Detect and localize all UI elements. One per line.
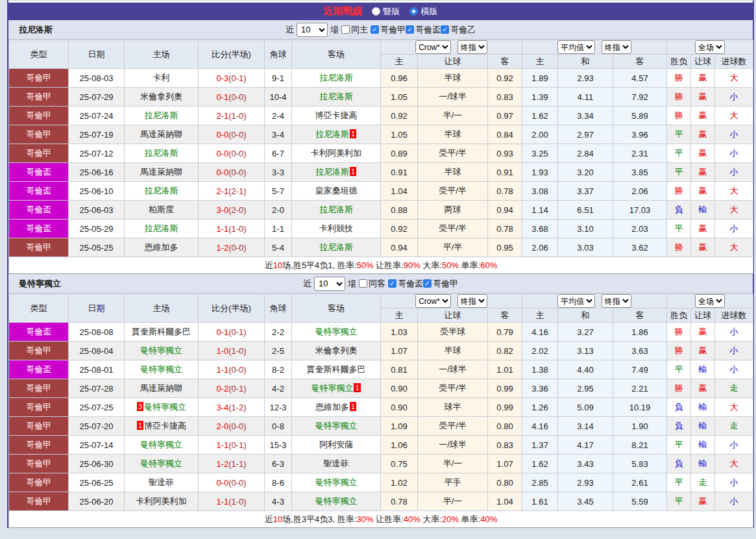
checkbox-unchecked-icon[interactable] (359, 279, 367, 288)
score-cell: 1-0(1-0) (199, 342, 265, 360)
halftime-score: (0-0) (228, 92, 246, 102)
result-handicap: 赢 (691, 182, 715, 201)
corner-score: 2-0 (265, 201, 292, 219)
fulltime-score: 0-0 (216, 168, 228, 177)
odds-handicap: 受半球 (418, 323, 488, 342)
odds-handicap: 受平/半 (418, 379, 488, 398)
result-handicap: 赢 (691, 88, 715, 107)
result-winlose: 勝 (667, 182, 691, 201)
avg-away: 2.06 (613, 182, 667, 201)
scope-select[interactable]: 全场 (695, 294, 725, 308)
away-team: 曼特寧獨立 (292, 492, 381, 511)
odds-handicap: 半/一 (418, 492, 488, 511)
odds-away: 1.04 (488, 492, 522, 511)
corner-score: 6-7 (265, 144, 292, 163)
league-filter[interactable]: 哥倫甲 (371, 24, 406, 36)
checkbox-checked-icon[interactable] (371, 25, 379, 34)
col-avg-draw: 和 (558, 308, 613, 323)
league-filter[interactable]: 哥倫乙 (441, 24, 476, 36)
odds-away: 0.78 (488, 219, 522, 238)
result-handicap: 赢 (691, 144, 715, 163)
games-label: 場 (330, 24, 339, 36)
match-row: 哥倫甲 25-06-20 卡利阿美利加 1-1(1-0) 4-3 曼特寧獨立 0… (9, 492, 753, 511)
score-cell: 0-1(0-1) (199, 323, 265, 342)
odds-source-select[interactable]: Crow* (415, 294, 451, 308)
odds-away: 0.80 (488, 417, 522, 436)
avg-away: 17.03 (613, 201, 667, 219)
away-team-name: 卡利阿美利加 (311, 148, 361, 158)
col-odds-handicap: 让球 (418, 55, 488, 69)
result-handicap: 赢 (691, 238, 715, 257)
avg-source-select[interactable]: 平均值 (557, 294, 595, 308)
score-cell: 0-0(0-0) (199, 144, 265, 163)
result-winlose: 勝 (667, 69, 691, 88)
league-filter[interactable]: 哥倫盃 (406, 24, 441, 36)
result-handicap: 輸 (691, 436, 715, 455)
scope-select[interactable]: 全场 (695, 40, 725, 54)
match-count-select[interactable]: 10 (297, 23, 328, 37)
match-count-select[interactable]: 10 (314, 277, 345, 291)
league-type-cell: 哥倫盃 (9, 219, 69, 238)
col-winlose: 胜负 (667, 308, 691, 323)
checkbox-checked-icon[interactable] (441, 25, 449, 34)
score-cell: 1-1(0-1) (199, 436, 265, 455)
odds-time-select[interactable]: 终指 (457, 294, 487, 308)
score-cell: 3-0(2-0) (199, 201, 265, 219)
match-date: 25-08-01 (69, 360, 125, 379)
checkbox-checked-icon[interactable] (423, 279, 432, 288)
match-row: 哥倫盃 25-06-03 柏斯度 3-0(2-0) 2-0 拉尼洛斯 0.88 … (9, 201, 753, 219)
result-goals: 小 (715, 360, 753, 379)
home-team: 拉尼洛斯 (125, 144, 199, 163)
odds-away: 1.01 (488, 360, 522, 379)
result-goals: 大 (715, 107, 753, 125)
avg-home: 1.62 (522, 107, 558, 125)
avg-time-select[interactable]: 终指 (602, 294, 631, 308)
odds-away: 0.83 (488, 436, 522, 455)
home-team: 柏斯度 (125, 201, 199, 219)
avg-draw: 5.09 (558, 398, 613, 417)
layout-horizontal-option[interactable]: 橫版 (409, 6, 438, 18)
corner-score: 0-8 (265, 417, 292, 436)
odds-time-select[interactable]: 终指 (457, 40, 487, 54)
result-goals: 小 (715, 323, 753, 342)
odds-home: 0.94 (381, 238, 418, 257)
odds-away: 0.99 (488, 398, 522, 417)
odds-away: 0.82 (488, 342, 522, 360)
odds-home: 0.90 (381, 379, 418, 398)
odds-source-select[interactable]: Crow* (415, 40, 451, 54)
same-venue-filter[interactable]: 同主 (341, 24, 368, 36)
odds-home: 0.90 (381, 398, 418, 417)
layout-vertical-option[interactable]: 豎版 (372, 6, 400, 18)
away-team-name: 曼特寧獨立 (315, 496, 358, 506)
result-goals: 大 (715, 398, 753, 417)
fulltime-score: 0-0 (216, 130, 228, 140)
odds-away: 0.97 (488, 107, 522, 125)
odds-handicap: 受平/半 (418, 144, 488, 163)
away-team-name: 卡利競技 (319, 223, 353, 233)
checkbox-checked-icon[interactable] (388, 279, 396, 288)
avg-time-select[interactable]: 终指 (602, 40, 631, 54)
checkbox-checked-icon[interactable] (406, 25, 414, 34)
radio-unchecked-icon[interactable] (372, 7, 380, 16)
halftime-score: (0-0) (228, 243, 246, 253)
result-goals: 小 (715, 144, 753, 163)
avg-source-select[interactable]: 平均值 (557, 40, 595, 54)
league-filter[interactable]: 哥倫盃 (388, 278, 423, 290)
radio-checked-icon[interactable] (409, 7, 418, 16)
col-date: 日期 (69, 294, 125, 323)
league-type-cell: 哥倫甲 (9, 455, 69, 473)
odds-handicap: 半球 (418, 163, 488, 182)
match-row: 哥倫甲 25-06-25 聖達菲 0-0(0-0) 8-6 曼特寧獨立 1.02… (9, 473, 753, 492)
col-away: 客场 (292, 294, 381, 323)
away-team-name: 曼特寧獨立 (311, 383, 353, 393)
same-venue-filter[interactable]: 同客 (359, 278, 385, 290)
result-handicap: 輸 (691, 417, 715, 436)
league-filter[interactable]: 哥倫甲 (423, 278, 458, 290)
odds-away: 0.79 (488, 323, 522, 342)
away-team: 阿利安薩 (292, 436, 381, 455)
fulltime-score: 0-0 (216, 478, 228, 488)
checkbox-unchecked-icon[interactable] (341, 25, 350, 34)
match-date: 25-07-12 (69, 144, 125, 163)
odds-away: 0.91 (488, 163, 522, 182)
match-date: 25-08-04 (69, 342, 125, 360)
